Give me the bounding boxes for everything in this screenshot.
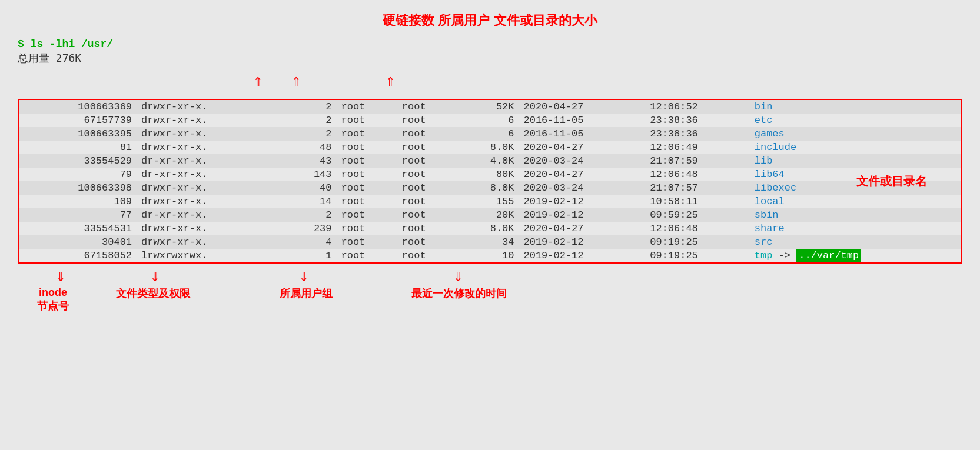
cell-time: 23:38:36 <box>645 127 750 141</box>
cell-date: 2019-02-12 <box>519 235 646 249</box>
cell-name: libexec <box>750 181 961 195</box>
cell-size: 4.0K <box>458 154 519 168</box>
cell-perms: dr-xr-xr-x. <box>137 154 287 168</box>
filename: lib64 <box>755 169 785 180</box>
cell-inode: 77 <box>19 208 137 222</box>
filename: include <box>755 142 796 153</box>
cell-time: 12:06:49 <box>645 141 750 154</box>
arrow-group-down: ⇓ <box>299 266 309 286</box>
cell-date: 2019-02-12 <box>519 249 646 262</box>
label-inode: inode 节点号 <box>29 286 77 313</box>
command-line: $ ls -lhi /usr/ <box>18 38 962 50</box>
cell-group: root <box>397 100 458 114</box>
cell-date: 2020-03-24 <box>519 154 646 168</box>
cell-name: lib64 <box>750 168 961 181</box>
cell-perms: drwxr-xr-x. <box>137 222 287 235</box>
cell-name: tmp -> ../var/tmp <box>750 249 961 262</box>
table-row: 30401 drwxr-xr-x. 4 root root 34 2019-02… <box>19 235 961 249</box>
cell-inode: 30401 <box>19 235 137 249</box>
cell-time: 21:07:57 <box>645 181 750 195</box>
cell-perms: drwxr-xr-x. <box>137 195 287 208</box>
cell-size: 34 <box>458 235 519 249</box>
cell-name: src <box>750 235 961 249</box>
top-annotation-text: 硬链接数 所属用户 文件或目录的大小 <box>383 13 597 28</box>
filename: local <box>755 196 785 207</box>
cell-time: 12:06:52 <box>645 100 750 114</box>
table-row: 100663395 drwxr-xr-x. 2 root root 6 2016… <box>19 127 961 141</box>
cell-links: 43 <box>287 154 337 168</box>
cell-time: 21:07:59 <box>645 154 750 168</box>
cell-perms: dr-xr-xr-x. <box>137 168 287 181</box>
total-line: 总用量 276K <box>18 51 962 65</box>
arrow-links-up: ⇑ <box>253 71 263 91</box>
table-row: 81 drwxr-xr-x. 48 root root 8.0K 2020-04… <box>19 141 961 154</box>
cell-owner: root <box>337 222 397 235</box>
cell-name: games <box>750 127 961 141</box>
cell-name: bin <box>750 100 961 114</box>
cell-time: 09:19:25 <box>645 235 750 249</box>
cell-time: 23:38:36 <box>645 114 750 127</box>
cell-size: 80K <box>458 168 519 181</box>
filename: bin <box>755 101 773 112</box>
cell-owner: root <box>337 114 397 127</box>
cell-size: 8.0K <box>458 181 519 195</box>
top-annotation: 硬链接数 所属用户 文件或目录的大小 <box>18 12 962 29</box>
cell-date: 2019-02-12 <box>519 208 646 222</box>
cell-links: 239 <box>287 222 337 235</box>
cell-perms: dr-xr-xr-x. <box>137 208 287 222</box>
label-perms: 文件类型及权限 <box>115 286 191 301</box>
cell-size: 52K <box>458 100 519 114</box>
table-row: 100663398 drwxr-xr-x. 40 root root 8.0K … <box>19 181 961 195</box>
cell-group: root <box>397 168 458 181</box>
cell-name: share <box>750 222 961 235</box>
cell-time: 09:59:25 <box>645 208 750 222</box>
cell-owner: root <box>337 100 397 114</box>
cell-inode: 100663369 <box>19 100 137 114</box>
cell-size: 155 <box>458 195 519 208</box>
filename: share <box>755 223 785 234</box>
cell-inode: 33554531 <box>19 222 137 235</box>
right-annotation-text: 文件或目录名 <box>856 175 927 188</box>
cell-name: local <box>750 195 961 208</box>
cell-inode: 67157739 <box>19 114 137 127</box>
arrows-bottom-area: ⇓ ⇓ ⇓ ⇓ <box>24 266 962 286</box>
filename: lib <box>755 155 773 166</box>
cell-perms: drwxr-xr-x. <box>137 141 287 154</box>
cell-time: 09:19:25 <box>645 249 750 262</box>
cell-links: 14 <box>287 195 337 208</box>
table-row: 77 dr-xr-xr-x. 2 root root 20K 2019-02-1… <box>19 208 961 222</box>
cell-time: 10:58:11 <box>645 195 750 208</box>
cell-inode: 100663395 <box>19 127 137 141</box>
cell-date: 2020-04-27 <box>519 222 646 235</box>
cell-size: 8.0K <box>458 141 519 154</box>
symlink-target: ../var/tmp <box>796 249 861 262</box>
cell-owner: root <box>337 208 397 222</box>
table-row: 67157739 drwxr-xr-x. 2 root root 6 2016-… <box>19 114 961 127</box>
cell-links: 2 <box>287 127 337 141</box>
symlink-arrow: -> <box>779 250 790 261</box>
cell-owner: root <box>337 127 397 141</box>
filename: src <box>755 236 773 248</box>
cell-owner: root <box>337 181 397 195</box>
main-container: 硬链接数 所属用户 文件或目录的大小 $ ls -lhi /usr/ 总用量 2… <box>0 0 980 450</box>
cell-date: 2020-04-27 <box>519 168 646 181</box>
cell-inode: 100663398 <box>19 181 137 195</box>
cell-inode: 109 <box>19 195 137 208</box>
cell-group: root <box>397 141 458 154</box>
table-wrapper: 100663369 drwxr-xr-x. 2 root root 52K 20… <box>18 99 962 264</box>
table-row: 33554529 dr-xr-xr-x. 43 root root 4.0K 2… <box>19 154 961 168</box>
table-row: 100663369 drwxr-xr-x. 2 root root 52K 20… <box>19 100 961 114</box>
filename: libexec <box>755 182 796 194</box>
cell-name: etc <box>750 114 961 127</box>
cell-perms: drwxr-xr-x. <box>137 114 287 127</box>
cell-size: 6 <box>458 114 519 127</box>
cell-links: 2 <box>287 100 337 114</box>
cell-group: root <box>397 127 458 141</box>
cell-inode: 81 <box>19 141 137 154</box>
cell-owner: root <box>337 141 397 154</box>
arrow-owner-up: ⇑ <box>291 71 301 91</box>
arrow-size-up: ⇑ <box>386 71 396 91</box>
cell-size: 20K <box>458 208 519 222</box>
cell-date: 2016-11-05 <box>519 127 646 141</box>
label-time: 最近一次修改的时间 <box>406 286 512 301</box>
